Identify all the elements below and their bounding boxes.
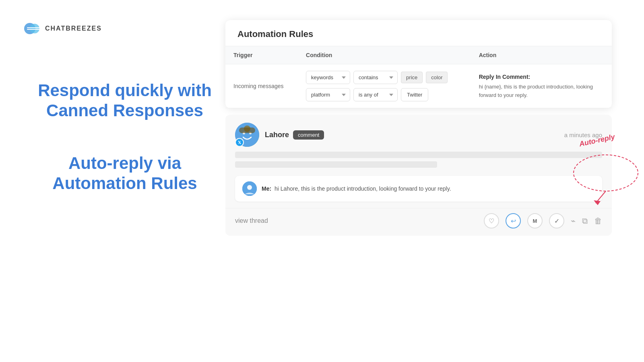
svg-rect-12	[239, 128, 255, 133]
heart-icon: ♡	[489, 217, 494, 225]
message-actions: view thread ♡ ↩ M ✓ ⌁ ⧉ 🗑	[225, 208, 612, 236]
like-button[interactable]: ♡	[484, 213, 499, 228]
contains-select[interactable]: contains	[353, 71, 398, 84]
reply-text: Me: hi Lahore, this is the product intro…	[262, 185, 451, 192]
action-title: Reply In Comment:	[479, 72, 604, 81]
action-cell: Reply In Comment: hi {name}, this is the…	[479, 72, 604, 100]
automation-card: Automation Rules Trigger Condition Actio…	[225, 20, 612, 108]
content-bar-1	[235, 152, 602, 158]
action-text: hi {name}, this is the product introduct…	[479, 83, 604, 100]
content-bar-2	[235, 161, 437, 168]
username: Lahore	[265, 131, 289, 139]
tag-button[interactable]: ⌁	[571, 216, 576, 226]
twitter-icon: 𝕏	[238, 140, 241, 145]
trash-button[interactable]: 🗑	[594, 216, 602, 226]
left-content: Respond quickly with Canned Responses Au…	[24, 80, 225, 194]
platform-select[interactable]: platform	[306, 88, 350, 101]
messenger-button[interactable]: M	[527, 213, 543, 228]
tag-price: price	[401, 72, 423, 83]
rules-table: Trigger Condition Action Incoming messag…	[225, 46, 612, 108]
reply-message: Me: hi Lahore, this is the product intro…	[235, 176, 602, 202]
twitter-badge: 𝕏	[235, 138, 244, 147]
trigger-label: Incoming messages	[233, 83, 284, 89]
condition-row-2: platform is any of Twitter	[306, 88, 463, 101]
tag-twitter: Twitter	[401, 88, 428, 101]
svg-point-14	[247, 185, 252, 190]
condition-row-1: keywords contains price color	[306, 71, 463, 84]
logo-icon	[24, 22, 42, 35]
messenger-icon: M	[533, 218, 537, 224]
copy-button[interactable]: ⧉	[582, 216, 588, 226]
avatar-container: 𝕏	[235, 123, 259, 147]
me-avatar	[242, 181, 257, 196]
check-icon: ✓	[554, 217, 559, 225]
message-user-info: Lahore comment	[265, 130, 559, 140]
col-trigger: Trigger	[225, 46, 298, 64]
automation-title: Automation Rules	[225, 20, 612, 46]
logo-text: CHATBREEZES	[45, 25, 102, 32]
condition-cell: keywords contains price color plat	[306, 71, 463, 101]
reply-author: Me:	[262, 185, 271, 192]
col-condition: Condition	[298, 46, 471, 64]
message-content	[225, 152, 612, 173]
comment-badge: comment	[293, 130, 324, 140]
message-header: 𝕏 Lahore comment a minutes ago	[225, 115, 612, 152]
timestamp: a minutes ago	[564, 132, 602, 138]
is-any-of-select[interactable]: is any of	[353, 88, 398, 101]
view-thread[interactable]: view thread	[235, 217, 268, 224]
svg-point-1	[30, 24, 39, 33]
logo: CHATBREEZES	[24, 22, 102, 35]
reply-icon: ↩	[511, 217, 516, 225]
right-panel: Automation Rules Trigger Condition Actio…	[225, 20, 620, 236]
check-button[interactable]: ✓	[549, 213, 564, 228]
col-action: Action	[471, 46, 612, 64]
reply-content: hi Lahore, this is the product introduct…	[275, 185, 451, 192]
headline-canned-responses: Respond quickly with Canned Responses	[24, 80, 225, 121]
tag-color: color	[426, 72, 448, 83]
keywords-select[interactable]: keywords	[306, 71, 350, 84]
message-card: 𝕏 Lahore comment a minutes ago	[225, 115, 612, 236]
headline-automation-rules: Auto-reply via Automation Rules	[24, 153, 225, 194]
reply-button[interactable]: ↩	[506, 213, 521, 228]
